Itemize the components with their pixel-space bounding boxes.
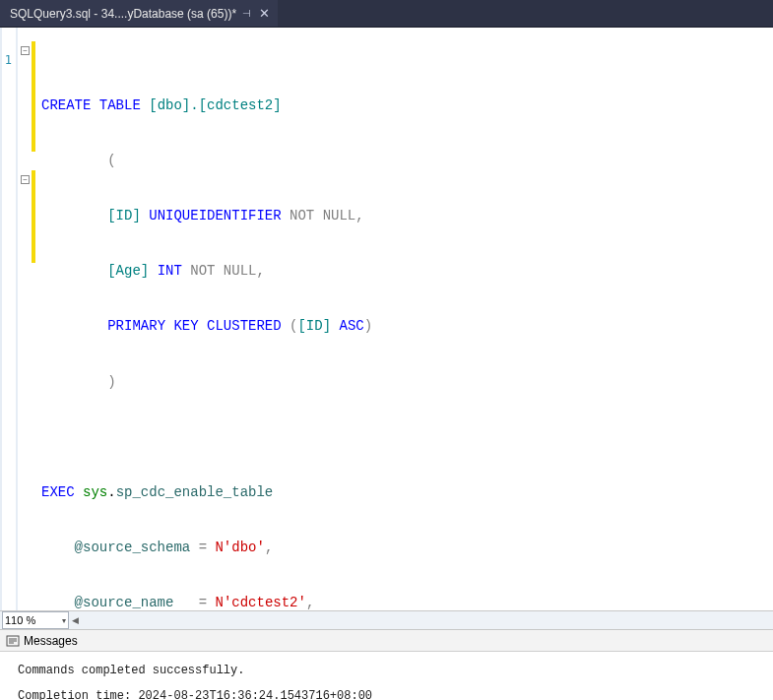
fold-icon[interactable]: − bbox=[21, 46, 30, 55]
code-line bbox=[37, 428, 773, 447]
message-line: Commands completed successfully. bbox=[18, 660, 773, 681]
pin-icon[interactable]: ⊣ bbox=[242, 8, 251, 19]
code-line: [Age] INT NOT NULL, bbox=[37, 262, 773, 281]
change-marker bbox=[32, 170, 35, 263]
code-line: [ID] UNIQUEIDENTIFIER NOT NULL, bbox=[37, 207, 773, 225]
code-line: ) bbox=[37, 373, 773, 392]
line-number: 1 bbox=[2, 53, 14, 72]
file-tab[interactable]: SQLQuery3.sql - 34....yDatabase (sa (65)… bbox=[0, 0, 278, 27]
messages-output[interactable]: Commands completed successfully. Complet… bbox=[0, 652, 773, 700]
close-icon[interactable]: ✕ bbox=[257, 6, 272, 21]
tab-title: SQLQuery3.sql - 34....yDatabase (sa (65)… bbox=[10, 7, 236, 21]
messages-label: Messages bbox=[24, 634, 78, 648]
line-number-margin: 1 bbox=[0, 28, 14, 610]
editor: 1 − − CREATE TABLE [dbo].[cdctest2] ( [I… bbox=[0, 28, 773, 610]
messages-tab[interactable]: Messages bbox=[0, 630, 773, 652]
gutter: − − bbox=[14, 28, 37, 610]
code-editor[interactable]: CREATE TABLE [dbo].[cdctest2] ( [ID] UNI… bbox=[37, 28, 773, 610]
code-line: @source_name = N'cdctest2', bbox=[37, 594, 773, 610]
code-line: EXEC sys.sp_cdc_enable_table bbox=[37, 483, 773, 502]
chevron-down-icon: ▾ bbox=[62, 616, 66, 625]
code-line: CREATE TABLE [dbo].[cdctest2] bbox=[37, 96, 773, 115]
code-line: PRIMARY KEY CLUSTERED ([ID] ASC) bbox=[37, 317, 773, 336]
fold-icon[interactable]: − bbox=[21, 175, 30, 184]
gutter-border bbox=[16, 28, 18, 610]
zoom-toolbar: 110 % ▾ ◀ bbox=[0, 610, 773, 630]
zoom-value: 110 % bbox=[5, 614, 35, 626]
messages-icon bbox=[6, 634, 20, 648]
zoom-dropdown[interactable]: 110 % ▾ bbox=[2, 611, 69, 629]
code-line: @source_schema = N'dbo', bbox=[37, 539, 773, 557]
splitter-left-icon[interactable]: ◀ bbox=[72, 615, 79, 625]
message-line: Completion time: 2024-08-23T16:36:24.154… bbox=[18, 685, 773, 700]
change-marker bbox=[32, 41, 35, 152]
code-line: ( bbox=[37, 152, 773, 170]
tab-bar: SQLQuery3.sql - 34....yDatabase (sa (65)… bbox=[0, 0, 773, 28]
